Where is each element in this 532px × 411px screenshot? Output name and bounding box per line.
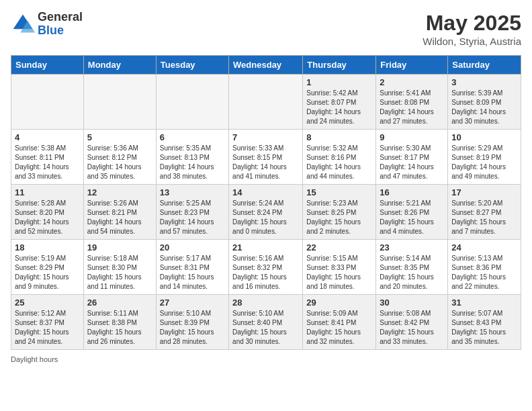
calendar-day-cell: 26Sunrise: 5:11 AM Sunset: 8:38 PM Dayli… bbox=[83, 295, 156, 350]
day-number: 24 bbox=[451, 242, 517, 253]
day-info: Sunrise: 5:14 AM Sunset: 8:35 PM Dayligh… bbox=[380, 254, 444, 291]
day-number: 16 bbox=[380, 187, 444, 197]
page-header: General Blue May 2025 Wildon, Styria, Au… bbox=[11, 11, 521, 47]
calendar-day-cell: 18Sunrise: 5:19 AM Sunset: 8:29 PM Dayli… bbox=[11, 240, 84, 295]
day-number: 3 bbox=[451, 77, 517, 87]
calendar-day-cell: 16Sunrise: 5:21 AM Sunset: 8:26 PM Dayli… bbox=[376, 185, 448, 240]
day-number: 15 bbox=[306, 187, 372, 197]
day-info: Sunrise: 5:07 AM Sunset: 8:43 PM Dayligh… bbox=[451, 309, 517, 347]
day-info: Sunrise: 5:13 AM Sunset: 8:36 PM Dayligh… bbox=[451, 254, 517, 291]
day-number: 10 bbox=[451, 132, 517, 142]
calendar-day-cell: 12Sunrise: 5:26 AM Sunset: 8:21 PM Dayli… bbox=[83, 185, 156, 240]
calendar-day-cell: 13Sunrise: 5:25 AM Sunset: 8:23 PM Dayli… bbox=[156, 185, 228, 240]
day-info: Sunrise: 5:28 AM Sunset: 8:20 PM Dayligh… bbox=[15, 199, 80, 236]
day-info: Sunrise: 5:29 AM Sunset: 8:19 PM Dayligh… bbox=[451, 144, 517, 181]
calendar-day-cell: 1Sunrise: 5:42 AM Sunset: 8:07 PM Daylig… bbox=[303, 75, 376, 130]
day-number: 27 bbox=[160, 298, 225, 308]
calendar-table: SundayMondayTuesdayWednesdayThursdayFrid… bbox=[11, 55, 521, 350]
calendar-day-cell: 14Sunrise: 5:24 AM Sunset: 8:24 PM Dayli… bbox=[229, 185, 303, 240]
day-number: 30 bbox=[380, 298, 444, 308]
day-info: Sunrise: 5:11 AM Sunset: 8:38 PM Dayligh… bbox=[87, 309, 152, 347]
day-number: 17 bbox=[451, 187, 517, 197]
day-number: 2 bbox=[380, 77, 444, 87]
day-info: Sunrise: 5:38 AM Sunset: 8:11 PM Dayligh… bbox=[15, 144, 80, 181]
day-number: 19 bbox=[87, 242, 152, 253]
calendar-day-cell: 22Sunrise: 5:15 AM Sunset: 8:33 PM Dayli… bbox=[303, 240, 376, 295]
calendar-day-cell: 9Sunrise: 5:30 AM Sunset: 8:17 PM Daylig… bbox=[376, 130, 448, 185]
calendar-day-cell: 19Sunrise: 5:18 AM Sunset: 8:30 PM Dayli… bbox=[83, 240, 156, 295]
calendar-week-row: 1Sunrise: 5:42 AM Sunset: 8:07 PM Daylig… bbox=[11, 75, 521, 130]
calendar-day-cell: 28Sunrise: 5:10 AM Sunset: 8:40 PM Dayli… bbox=[229, 295, 303, 350]
calendar-day-cell: 7Sunrise: 5:33 AM Sunset: 8:15 PM Daylig… bbox=[229, 130, 303, 185]
calendar-day-cell: 30Sunrise: 5:08 AM Sunset: 8:42 PM Dayli… bbox=[376, 295, 448, 350]
day-info: Sunrise: 5:20 AM Sunset: 8:27 PM Dayligh… bbox=[451, 199, 517, 236]
calendar-day-cell: 2Sunrise: 5:41 AM Sunset: 8:08 PM Daylig… bbox=[376, 75, 448, 130]
calendar-day-header: Tuesday bbox=[156, 56, 228, 75]
calendar-day-cell: 15Sunrise: 5:23 AM Sunset: 8:25 PM Dayli… bbox=[303, 185, 376, 240]
day-number: 5 bbox=[87, 132, 152, 142]
day-number: 29 bbox=[306, 298, 372, 308]
location-subtitle: Wildon, Styria, Austria bbox=[423, 36, 521, 47]
calendar-week-row: 25Sunrise: 5:12 AM Sunset: 8:37 PM Dayli… bbox=[11, 295, 521, 350]
day-info: Sunrise: 5:26 AM Sunset: 8:21 PM Dayligh… bbox=[87, 199, 152, 236]
day-info: Sunrise: 5:25 AM Sunset: 8:23 PM Dayligh… bbox=[160, 199, 225, 236]
day-number: 23 bbox=[380, 242, 444, 253]
day-number: 13 bbox=[160, 187, 225, 197]
day-number: 26 bbox=[87, 298, 152, 308]
calendar-day-cell bbox=[229, 75, 303, 130]
calendar-day-cell: 11Sunrise: 5:28 AM Sunset: 8:20 PM Dayli… bbox=[11, 185, 84, 240]
day-info: Sunrise: 5:36 AM Sunset: 8:12 PM Dayligh… bbox=[87, 144, 152, 181]
calendar-day-cell: 25Sunrise: 5:12 AM Sunset: 8:37 PM Dayli… bbox=[11, 295, 84, 350]
day-number: 4 bbox=[15, 132, 80, 142]
day-info: Sunrise: 5:32 AM Sunset: 8:16 PM Dayligh… bbox=[306, 144, 372, 181]
day-number: 8 bbox=[306, 132, 372, 142]
calendar-day-cell: 29Sunrise: 5:09 AM Sunset: 8:41 PM Dayli… bbox=[303, 295, 376, 350]
day-number: 1 bbox=[306, 77, 372, 87]
day-info: Sunrise: 5:10 AM Sunset: 8:40 PM Dayligh… bbox=[232, 309, 299, 347]
day-number: 6 bbox=[160, 132, 225, 142]
day-info: Sunrise: 5:18 AM Sunset: 8:30 PM Dayligh… bbox=[87, 254, 152, 291]
logo-blue-text: Blue bbox=[38, 24, 83, 38]
logo-general-text: General bbox=[38, 11, 83, 24]
calendar-day-cell: 27Sunrise: 5:10 AM Sunset: 8:39 PM Dayli… bbox=[156, 295, 228, 350]
calendar-header-row: SundayMondayTuesdayWednesdayThursdayFrid… bbox=[11, 56, 521, 75]
calendar-day-header: Friday bbox=[376, 56, 448, 75]
calendar-day-cell: 17Sunrise: 5:20 AM Sunset: 8:27 PM Dayli… bbox=[448, 185, 521, 240]
calendar-day-cell: 23Sunrise: 5:14 AM Sunset: 8:35 PM Dayli… bbox=[376, 240, 448, 295]
logo-icon bbox=[11, 12, 35, 36]
day-number: 9 bbox=[380, 132, 444, 142]
day-info: Sunrise: 5:41 AM Sunset: 8:08 PM Dayligh… bbox=[380, 89, 444, 126]
day-info: Sunrise: 5:30 AM Sunset: 8:17 PM Dayligh… bbox=[380, 144, 444, 181]
day-number: 21 bbox=[232, 242, 299, 253]
day-number: 25 bbox=[15, 298, 80, 308]
day-info: Sunrise: 5:19 AM Sunset: 8:29 PM Dayligh… bbox=[15, 254, 80, 291]
calendar-day-header: Monday bbox=[83, 56, 156, 75]
calendar-week-row: 18Sunrise: 5:19 AM Sunset: 8:29 PM Dayli… bbox=[11, 240, 521, 295]
day-number: 31 bbox=[451, 298, 517, 308]
day-info: Sunrise: 5:10 AM Sunset: 8:39 PM Dayligh… bbox=[160, 309, 225, 347]
day-info: Sunrise: 5:12 AM Sunset: 8:37 PM Dayligh… bbox=[15, 309, 80, 347]
day-number: 7 bbox=[232, 132, 299, 142]
day-number: 20 bbox=[160, 242, 225, 253]
calendar-day-header: Saturday bbox=[448, 56, 521, 75]
calendar-day-cell: 5Sunrise: 5:36 AM Sunset: 8:12 PM Daylig… bbox=[83, 130, 156, 185]
calendar-day-cell: 4Sunrise: 5:38 AM Sunset: 8:11 PM Daylig… bbox=[11, 130, 84, 185]
calendar-day-cell bbox=[156, 75, 228, 130]
day-number: 12 bbox=[87, 187, 152, 197]
calendar-week-row: 4Sunrise: 5:38 AM Sunset: 8:11 PM Daylig… bbox=[11, 130, 521, 185]
title-block: May 2025 Wildon, Styria, Austria bbox=[423, 11, 521, 47]
day-info: Sunrise: 5:16 AM Sunset: 8:32 PM Dayligh… bbox=[232, 254, 299, 291]
day-info: Sunrise: 5:23 AM Sunset: 8:25 PM Dayligh… bbox=[306, 199, 372, 236]
calendar-day-header: Sunday bbox=[11, 56, 84, 75]
day-info: Sunrise: 5:35 AM Sunset: 8:13 PM Dayligh… bbox=[160, 144, 225, 181]
day-number: 14 bbox=[232, 187, 299, 197]
day-info: Sunrise: 5:17 AM Sunset: 8:31 PM Dayligh… bbox=[160, 254, 225, 291]
day-info: Sunrise: 5:24 AM Sunset: 8:24 PM Dayligh… bbox=[232, 199, 299, 236]
logo: General Blue bbox=[11, 11, 83, 38]
day-number: 11 bbox=[15, 187, 80, 197]
day-info: Sunrise: 5:33 AM Sunset: 8:15 PM Dayligh… bbox=[232, 144, 299, 181]
calendar-day-cell bbox=[83, 75, 156, 130]
day-info: Sunrise: 5:42 AM Sunset: 8:07 PM Dayligh… bbox=[306, 89, 372, 126]
calendar-day-cell bbox=[11, 75, 84, 130]
day-number: 22 bbox=[306, 242, 372, 253]
